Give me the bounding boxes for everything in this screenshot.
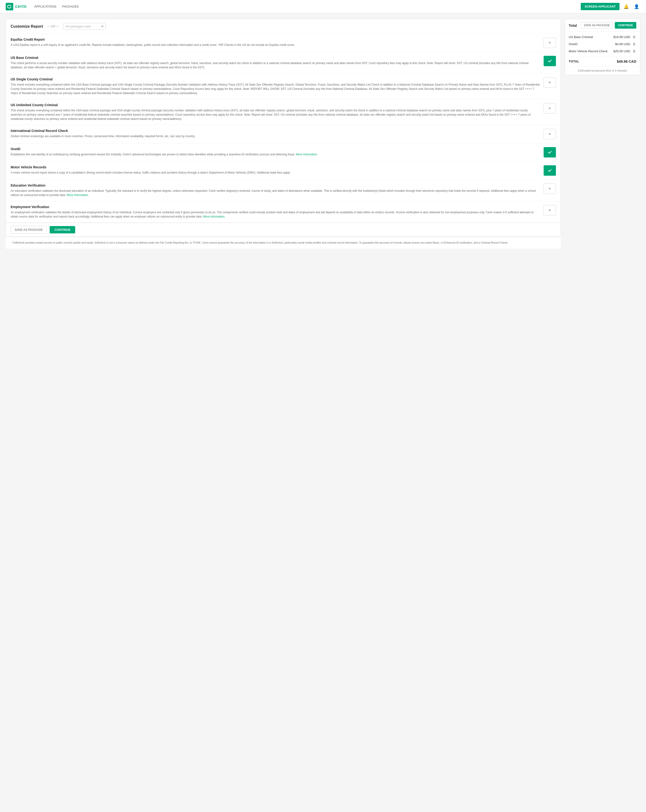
- save-package-button-bottom[interactable]: SAVE AS PACKAGE: [11, 226, 47, 234]
- check-desc-us-single-county: This check includes everything contained…: [11, 82, 540, 95]
- check-content-international-criminal: International Criminal Record Check Glob…: [11, 129, 540, 138]
- line-item-price: $19.99 USD: [613, 35, 630, 39]
- trash-icon: 🗑: [632, 35, 636, 39]
- add-us-unlimited-county-button[interactable]: +: [544, 103, 556, 113]
- check-title-employment: Employment Verification: [11, 205, 540, 209]
- checkmark-icon: [547, 59, 552, 63]
- check-title-oneid: OneID: [11, 147, 540, 151]
- header-right: SCREEN APPLICANT 🔔 👤: [581, 3, 640, 11]
- add-equifax-button[interactable]: +: [544, 38, 556, 48]
- main-nav: APPLICATIONS PACKAGES: [34, 4, 79, 9]
- line-item-motor-vehicle: Motor Vehicle Record Check $25.00 USD 🗑: [569, 49, 636, 53]
- check-item-international-criminal: International Criminal Record Check Glob…: [6, 125, 560, 143]
- certn-logo-icon: [6, 3, 13, 11]
- line-item-price: $25.00 USD: [613, 49, 630, 53]
- line-item-price: $4.99 USD: [615, 42, 630, 46]
- check-content-motor-vehicle: Motor Vehicle Records A motor vehicle re…: [11, 165, 540, 175]
- check-desc-employment: An employment verification validates the…: [11, 210, 540, 219]
- screen-applicant-button[interactable]: SCREEN APPLICANT: [581, 3, 620, 10]
- check-item-education: Education Verification An education veri…: [6, 180, 560, 201]
- check-title-education: Education Verification: [11, 183, 540, 187]
- trash-icon: 🗑: [632, 49, 636, 53]
- total-label: Total: [569, 23, 577, 27]
- delete-oneid-button[interactable]: 🗑: [632, 41, 636, 46]
- continue-button-bottom[interactable]: CONTINUE: [50, 226, 75, 234]
- packages-select[interactable]: No packages exist: [63, 23, 106, 30]
- check-action-us-base-criminal: [544, 56, 556, 66]
- toggle-oneid-button[interactable]: [544, 147, 556, 157]
- check-action-international-criminal: +: [544, 129, 556, 139]
- plus-icon: +: [548, 80, 551, 85]
- main-content: Customize Report — OR — No packages exis…: [0, 13, 646, 255]
- check-action-employment: +: [544, 205, 556, 215]
- save-package-button-right[interactable]: SAVE AS PACKAGE: [581, 22, 613, 29]
- panel-header: Customize Report — OR — No packages exis…: [6, 19, 560, 34]
- check-content-education: Education Verification An education veri…: [11, 183, 540, 197]
- notifications-button[interactable]: 🔔: [622, 3, 630, 11]
- line-item-name: OneID: [569, 42, 578, 46]
- delete-motor-vehicle-button[interactable]: 🗑: [632, 49, 636, 53]
- add-us-single-county-button[interactable]: +: [544, 77, 556, 88]
- checkmark-icon: [547, 168, 552, 173]
- right-panel-actions: SAVE AS PACKAGE CONTINUE: [581, 22, 636, 29]
- check-content-us-base-criminal: US Base Criminal This check performs a s…: [11, 56, 540, 70]
- logo-text: certn: [15, 4, 27, 9]
- nav-applications[interactable]: APPLICATIONS: [34, 4, 57, 9]
- toggle-us-base-criminal-button[interactable]: [544, 56, 556, 66]
- right-panel: Total SAVE AS PACKAGE CONTINUE US Base C…: [565, 19, 640, 75]
- trash-icon: 🗑: [632, 42, 636, 46]
- plus-icon: +: [548, 208, 551, 213]
- footnote-text: * Softcheck provides instant access to p…: [11, 241, 508, 244]
- check-item-us-unlimited-county: US Unlimited County Criminal This check …: [6, 99, 560, 125]
- check-content-employment: Employment Verification An employment ve…: [11, 205, 540, 219]
- check-desc-international-criminal: Global criminal screenings are available…: [11, 134, 540, 138]
- check-title-us-unlimited-county: US Unlimited County Criminal: [11, 103, 540, 107]
- line-item-price-row: $4.99 USD 🗑: [615, 41, 636, 46]
- employment-more-info-link[interactable]: More information.: [203, 215, 225, 218]
- check-desc-equifax: A USA Equifax report is a soft inquiry o…: [11, 43, 540, 47]
- total-value: $49.98 CAD: [617, 60, 636, 63]
- check-item-employment: Employment Verification An employment ve…: [6, 201, 560, 223]
- plus-icon: +: [548, 106, 551, 111]
- profile-button[interactable]: 👤: [633, 3, 640, 11]
- estimate-row: Estimated turnaround time is 5 minutes: [565, 66, 640, 75]
- add-international-criminal-button[interactable]: +: [544, 129, 556, 139]
- add-education-button[interactable]: +: [544, 183, 556, 194]
- checkmark-icon: [547, 150, 552, 155]
- check-content-oneid: OneID Establishes the real identity of a…: [11, 147, 540, 157]
- check-title-international-criminal: International Criminal Record Check: [11, 129, 540, 133]
- continue-button-right[interactable]: CONTINUE: [615, 22, 636, 29]
- check-content-equifax: Equifax Credit Report A USA Equifax repo…: [11, 38, 540, 47]
- check-desc-education: An education verification validates the …: [11, 189, 540, 197]
- check-action-us-unlimited-county: +: [544, 103, 556, 113]
- add-employment-button[interactable]: +: [544, 205, 556, 215]
- bell-icon: 🔔: [623, 4, 629, 9]
- check-desc-oneid: Establishes the real identity of an indi…: [11, 152, 540, 157]
- plus-icon: +: [548, 186, 551, 191]
- line-item-name: Motor Vehicle Record Check: [569, 49, 608, 53]
- check-content-us-unlimited-county: US Unlimited County Criminal This check …: [11, 103, 540, 121]
- education-more-info-link[interactable]: More information.: [67, 194, 89, 197]
- check-item-equifax: Equifax Credit Report A USA Equifax repo…: [6, 34, 560, 52]
- total-row: TOTAL $49.98 CAD: [565, 56, 640, 66]
- check-action-oneid: [544, 147, 556, 157]
- delete-us-base-criminal-button[interactable]: 🗑: [632, 35, 636, 39]
- left-panel: Customize Report — OR — No packages exis…: [6, 19, 561, 237]
- line-item-price-row: $19.99 USD 🗑: [613, 35, 636, 39]
- line-item-price-row: $25.00 USD 🗑: [613, 49, 636, 53]
- toggle-motor-vehicle-button[interactable]: [544, 165, 556, 176]
- check-title-equifax: Equifax Credit Report: [11, 38, 540, 41]
- check-item-oneid: OneID Establishes the real identity of a…: [6, 143, 560, 162]
- svg-rect-0: [6, 3, 13, 11]
- logo: certn: [6, 3, 27, 11]
- oneid-more-info-link[interactable]: More information.: [296, 153, 318, 156]
- nav-packages[interactable]: PACKAGES: [62, 4, 79, 9]
- user-icon: 👤: [634, 4, 639, 9]
- check-action-motor-vehicle: [544, 165, 556, 176]
- plus-icon: +: [548, 132, 551, 137]
- check-desc-us-base-criminal: This check performs a social security nu…: [11, 61, 540, 70]
- right-panel-header: Total SAVE AS PACKAGE CONTINUE: [565, 19, 640, 32]
- check-action-education: +: [544, 183, 556, 194]
- check-action-us-single-county: +: [544, 77, 556, 88]
- bottom-action-bar: SAVE AS PACKAGE CONTINUE: [6, 223, 560, 237]
